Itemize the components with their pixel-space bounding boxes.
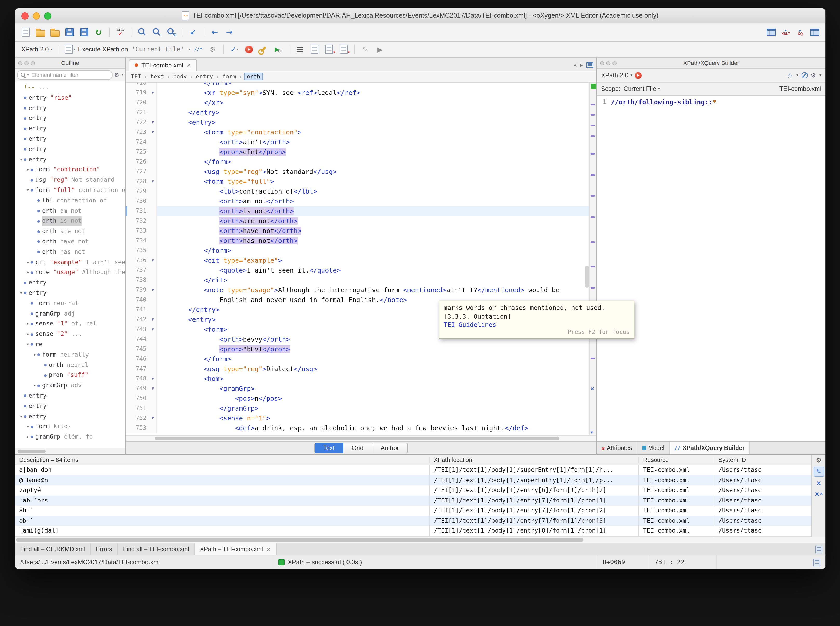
highlight-mark[interactable] bbox=[590, 114, 595, 116]
outline-item-orth[interactable]: orth is not bbox=[15, 216, 125, 227]
highlight-mark[interactable] bbox=[590, 125, 595, 127]
result-row[interactable]: zaptyé/TEI[1]/text[1]/body[1]/entry[6]/f… bbox=[15, 485, 826, 495]
minimize-window-button[interactable] bbox=[33, 13, 40, 20]
open-file-button[interactable] bbox=[34, 27, 47, 38]
code-line-752[interactable]: 752▾ <sense n="1"> bbox=[126, 413, 590, 423]
results-hscrollbar[interactable] bbox=[15, 536, 826, 543]
results-edit-button[interactable]: ✎ bbox=[813, 466, 824, 476]
bottom-tab-3[interactable]: Find all – TEI-combo.xml bbox=[118, 543, 195, 555]
outline-item-form[interactable]: ▸form kilo- bbox=[15, 422, 125, 432]
collapse-arrow-icon[interactable]: ▾ bbox=[25, 185, 31, 196]
fold-marker-icon[interactable]: ▾ bbox=[149, 413, 157, 423]
highlight-mark[interactable] bbox=[590, 174, 595, 176]
outline-item-orth[interactable]: orth are not bbox=[15, 226, 125, 237]
code-line-732[interactable]: 732 <orth>are not</orth> bbox=[126, 216, 590, 226]
result-row[interactable]: əb-`/TEI[1]/text[1]/body[1]/entry[7]/for… bbox=[15, 516, 826, 526]
xpath-expression-editor[interactable]: 1 //orth/following-sibling::* bbox=[597, 95, 826, 441]
goto-last-edit-button[interactable]: ↙ bbox=[187, 27, 199, 38]
fold-marker-icon[interactable]: ▾ bbox=[149, 127, 157, 137]
element-filter-input[interactable] bbox=[30, 71, 109, 78]
highlight-mark[interactable] bbox=[590, 287, 595, 289]
expand-arrow-icon[interactable]: ▸ bbox=[32, 380, 38, 391]
ruler-chevron-icon[interactable]: ▾ bbox=[590, 430, 593, 435]
result-row[interactable]: 'äb-`ərs/TEI[1]/text[1]/body[1]/entry[7]… bbox=[15, 495, 826, 505]
outline-header[interactable]: Outline bbox=[15, 58, 125, 69]
code-line-725[interactable]: 725 <pron>eInt</pron> bbox=[126, 147, 590, 157]
fold-marker-icon[interactable]: ▾ bbox=[149, 374, 157, 383]
code-line-718[interactable]: 718 </form> bbox=[126, 83, 590, 88]
xpath-target-select[interactable]: 'Current File' bbox=[130, 46, 186, 53]
configure-transformation-button[interactable] bbox=[257, 44, 270, 55]
view-button-author[interactable]: Author bbox=[372, 443, 408, 453]
code-line-735[interactable]: 735 </form> bbox=[126, 246, 590, 255]
code-area[interactable]: 718 </form>719▾ <xr type="syn">SYN. see … bbox=[126, 83, 597, 435]
outline-item-sense[interactable]: ▸sense "2" ... bbox=[15, 329, 125, 340]
scrollbar-thumb[interactable] bbox=[16, 538, 583, 542]
highlight-mark[interactable] bbox=[590, 196, 595, 197]
error-mark-icon[interactable]: × bbox=[590, 386, 595, 391]
overview-ruler[interactable]: × ▾ bbox=[589, 83, 597, 435]
debug-xquery-button[interactable]: ▸XQ bbox=[794, 27, 807, 38]
outline-item-form[interactable]: ▸form "contraction" bbox=[15, 165, 125, 175]
xpath-history-button[interactable]: ▾ bbox=[63, 44, 76, 55]
validate-button[interactable]: ✓▾ bbox=[228, 44, 241, 55]
results-settings-button[interactable]: ⚙ bbox=[814, 456, 824, 465]
highlight-mark[interactable] bbox=[590, 357, 595, 359]
fold-marker-icon[interactable]: ▾ bbox=[149, 117, 157, 127]
code-line-730[interactable]: 730 <orth>am not</orth> bbox=[126, 196, 590, 206]
code-line-723[interactable]: 723▾ <form type="contraction"> bbox=[126, 127, 590, 137]
editor-vscrollbar-thumb[interactable] bbox=[585, 266, 589, 288]
code-line-734[interactable]: 734 <orth>has not</orth> bbox=[126, 236, 590, 246]
code-line-738[interactable]: 738 </cit> bbox=[126, 275, 590, 285]
outline-item-entry[interactable]: ▾entry bbox=[15, 412, 125, 422]
code-line-749[interactable]: 749▾ <gramGrp> bbox=[126, 383, 590, 393]
tab-list-icon[interactable] bbox=[587, 62, 593, 68]
code-line-722[interactable]: 722▾ <entry> bbox=[126, 117, 590, 127]
code-line-721[interactable]: 721 </entry> bbox=[126, 108, 590, 117]
back-button[interactable]: ← bbox=[208, 27, 221, 38]
outline-item-sense[interactable]: ▸sense "1" of, rel bbox=[15, 319, 125, 329]
code-line-731[interactable]: 731 <orth>is not</orth> bbox=[126, 206, 590, 216]
outline-item-note[interactable]: ▸note "usage" Although the interrogative… bbox=[15, 268, 125, 278]
reload-button[interactable]: ↻ bbox=[92, 27, 105, 38]
outline-settings-button[interactable]: ⚙ bbox=[114, 71, 119, 78]
expand-arrow-icon[interactable]: ▸ bbox=[25, 422, 31, 432]
apply-xslt-button[interactable]: * bbox=[337, 44, 350, 55]
apply-transformation-button[interactable]: ▶ bbox=[243, 44, 256, 55]
bottom-tab-1[interactable]: Find all – GE.RKMD.xml bbox=[15, 543, 91, 555]
xpath-builder-settings-button[interactable]: ⚙ bbox=[811, 72, 816, 79]
code-line-751[interactable]: 751 </gramGrp> bbox=[126, 403, 590, 413]
outline-item-lbl[interactable]: lbl contraction of bbox=[15, 196, 125, 206]
save-button[interactable] bbox=[63, 27, 76, 38]
outline-item-entry[interactable]: entry bbox=[15, 401, 125, 412]
column-resource[interactable]: Resource bbox=[639, 457, 714, 463]
code-line-747[interactable]: 747 <usg type="reg">Dialect</usg> bbox=[126, 364, 590, 374]
expand-arrow-icon[interactable]: ▸ bbox=[25, 165, 31, 175]
collapse-arrow-icon[interactable]: ▾ bbox=[18, 288, 24, 299]
fold-marker-icon[interactable]: ▾ bbox=[149, 383, 157, 393]
outline-item-orth[interactable]: orth have not bbox=[15, 237, 125, 247]
fold-marker-icon[interactable]: ▾ bbox=[149, 324, 157, 334]
outline-item-entry[interactable]: ▾entry bbox=[15, 155, 125, 165]
editor-hscrollbar[interactable] bbox=[126, 435, 597, 441]
new-document-button[interactable] bbox=[19, 27, 32, 38]
favorites-star-icon[interactable]: ☆ bbox=[787, 71, 793, 79]
outline-item-entry[interactable]: entry bbox=[15, 124, 125, 134]
memo-icon[interactable] bbox=[815, 545, 822, 553]
associate-schema-button[interactable]: * bbox=[323, 44, 336, 55]
debug-xslt-button[interactable]: ▸XSLT bbox=[779, 27, 792, 38]
breadcrumb-item-entry[interactable]: entry bbox=[195, 73, 214, 80]
code-line-753[interactable]: 753 <def>a drink, esp. an alcoholic one;… bbox=[126, 423, 590, 433]
breadcrumb-item-text[interactable]: text bbox=[149, 73, 165, 80]
outline-item-entry[interactable]: entry bbox=[15, 113, 125, 124]
xpath-update-button[interactable]: //* bbox=[192, 44, 205, 55]
search-button[interactable] bbox=[136, 27, 149, 38]
execute-xpath-button[interactable]: ▶ bbox=[635, 72, 642, 79]
save-all-button[interactable] bbox=[77, 27, 90, 38]
outline-item-[interactable]: !-- ... bbox=[15, 83, 125, 93]
expand-arrow-icon[interactable]: ▸ bbox=[25, 257, 31, 268]
open-url-button[interactable] bbox=[48, 27, 61, 38]
outline-item-pron[interactable]: pron "suff" bbox=[15, 370, 125, 381]
outline-item-cit[interactable]: ▸cit "example" I ain't seen it. bbox=[15, 257, 125, 268]
view-button-grid[interactable]: Grid bbox=[343, 443, 372, 453]
